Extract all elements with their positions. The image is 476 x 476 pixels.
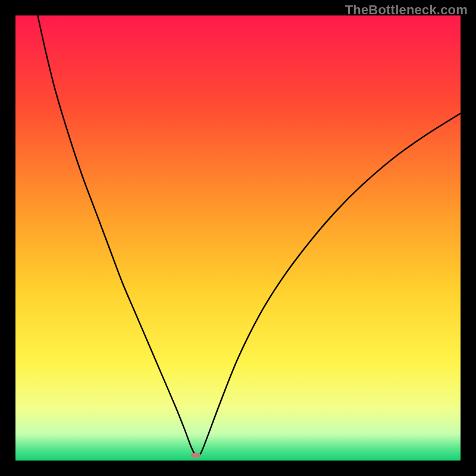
watermark-text: TheBottleneck.com	[345, 2, 468, 18]
bottleneck-chart	[15, 15, 461, 461]
chart-frame: TheBottleneck.com	[0, 0, 476, 476]
optimal-marker	[191, 453, 201, 458]
gradient-background	[15, 15, 461, 461]
